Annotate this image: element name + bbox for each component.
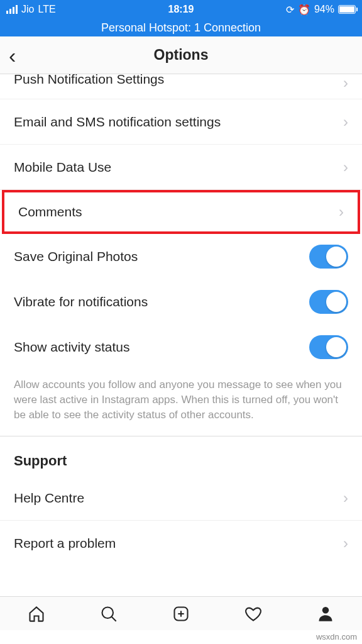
battery-icon [338, 5, 356, 14]
tab-bar [0, 596, 362, 630]
report-problem-label: Report a problem [14, 536, 116, 551]
back-button[interactable]: ‹ [9, 45, 16, 66]
status-left: Jio LTE [6, 4, 56, 15]
network-label: LTE [38, 4, 55, 15]
watermark: wsxdn.com [316, 632, 357, 641]
profile-tab[interactable] [316, 604, 335, 623]
add-post-tab[interactable] [172, 604, 190, 623]
activity-status-toggle[interactable] [309, 335, 348, 359]
comments-row[interactable]: Comments › [4, 192, 358, 231]
svg-line-1 [111, 616, 116, 621]
chevron-right-icon: › [343, 489, 348, 507]
email-sms-row[interactable]: Email and SMS notification settings › [0, 99, 362, 145]
alarm-icon: ⏰ [298, 4, 310, 16]
chevron-right-icon: › [343, 74, 348, 92]
chevron-right-icon: › [339, 203, 344, 221]
carrier-label: Jio [21, 4, 34, 15]
search-icon [100, 605, 118, 623]
home-icon [28, 605, 45, 623]
svg-point-0 [102, 607, 113, 618]
help-centre-row[interactable]: Help Centre › [0, 475, 362, 521]
save-photos-row: Save Original Photos [0, 234, 362, 279]
activity-status-label: Show activity status [14, 340, 129, 355]
vibrate-label: Vibrate for notifications [14, 294, 148, 309]
support-section-header: Support [0, 436, 362, 475]
push-notifications-row[interactable]: Push Notification Settings › [0, 74, 362, 99]
nav-header: ‹ Options [0, 36, 362, 74]
location-icon: ⟳ [286, 4, 294, 16]
push-notifications-label: Push Notification Settings [14, 74, 164, 87]
vibrate-row: Vibrate for notifications [0, 279, 362, 325]
status-time: 18:19 [168, 4, 194, 15]
search-tab[interactable] [99, 604, 118, 623]
status-bar: Jio LTE 18:19 ⟳ ⏰ 94% [0, 0, 362, 19]
activity-status-description: Allow accounts you follow and anyone you… [0, 370, 362, 436]
signal-icon [6, 5, 18, 14]
save-photos-label: Save Original Photos [14, 249, 138, 264]
highlight-annotation: Comments › [2, 190, 360, 234]
chevron-right-icon: › [343, 158, 348, 176]
home-tab[interactable] [27, 604, 46, 623]
save-photos-toggle[interactable] [309, 245, 348, 269]
heart-icon [244, 605, 262, 623]
mobile-data-row[interactable]: Mobile Data Use › [0, 145, 362, 190]
hotspot-bar[interactable]: Personal Hotspot: 1 Connection [0, 19, 362, 36]
chevron-right-icon: › [343, 113, 348, 131]
mobile-data-label: Mobile Data Use [14, 160, 111, 175]
vibrate-toggle[interactable] [309, 290, 348, 314]
status-right: ⟳ ⏰ 94% [286, 4, 356, 16]
activity-status-row: Show activity status [0, 325, 362, 370]
chevron-right-icon: › [343, 535, 348, 552]
add-icon [172, 605, 190, 623]
battery-percent: 94% [314, 4, 334, 15]
svg-point-5 [322, 606, 329, 613]
activity-tab[interactable] [244, 604, 263, 623]
page-title: Options [154, 47, 209, 64]
content-area: Push Notification Settings › Email and S… [0, 74, 362, 608]
report-problem-row[interactable]: Report a problem › [0, 521, 362, 566]
email-sms-label: Email and SMS notification settings [14, 114, 221, 130]
comments-label: Comments [18, 204, 82, 219]
hotspot-text: Personal Hotspot: 1 Connection [101, 21, 261, 35]
help-centre-label: Help Centre [14, 491, 84, 506]
profile-icon [317, 605, 334, 623]
